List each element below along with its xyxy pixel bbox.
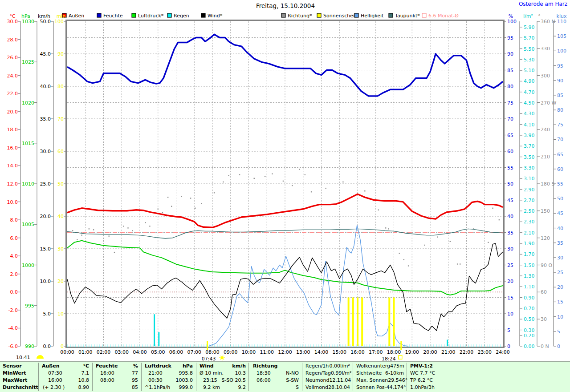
dir-axis-tick-label: 300 bbox=[541, 73, 550, 79]
x-tick-label: 17:00 bbox=[369, 349, 383, 355]
min-axis-tick-label: 100 bbox=[54, 19, 64, 24]
kmh-axis-tick-label: 20.0 bbox=[40, 214, 51, 219]
stat-value: -44,174° bbox=[385, 384, 406, 391]
avg-value: 999.0 bbox=[179, 384, 193, 391]
max-direction: S-SO bbox=[221, 377, 233, 384]
kmh-axis-tick-label: 30.0 bbox=[40, 149, 51, 154]
lm2-axis-tick-label: 1.90 bbox=[524, 241, 535, 247]
min-value: 10.3 bbox=[235, 370, 246, 377]
dir-axis-tick-label: 210 bbox=[541, 154, 550, 160]
col-header: Wind bbox=[200, 363, 214, 370]
series-richtung-dot bbox=[437, 236, 438, 237]
series-richtung-dot bbox=[403, 259, 404, 260]
temp-axis-tick-label: 28.0 bbox=[7, 37, 18, 43]
kmh-axis-tick-label: 0.0 bbox=[43, 344, 51, 349]
himmel-column: Wolkenunterg475m Sichtweite6-10km Max. S… bbox=[356, 363, 404, 391]
avg-value: 85 bbox=[132, 384, 138, 391]
series-richtung-dot bbox=[342, 182, 343, 182]
x-tick-label: 13:00 bbox=[296, 349, 310, 355]
max-time: 16:00 bbox=[42, 377, 62, 384]
klux-axis-tick-label: 35 bbox=[557, 240, 563, 246]
avg-note: 9,2 km bbox=[200, 384, 220, 391]
axis-unit-label: l/m² bbox=[523, 13, 533, 19]
series-richtung-dot bbox=[305, 174, 305, 175]
pct-axis-tick-label: 90 bbox=[507, 51, 513, 57]
min-time: 21:00 bbox=[145, 370, 163, 377]
stat-value: 12.11.04 bbox=[329, 377, 351, 384]
lm2-axis-tick-label: 2.50 bbox=[524, 208, 535, 214]
col-unit: °C bbox=[83, 363, 89, 370]
klux-axis-tick-label: 55 bbox=[557, 181, 563, 187]
pct-axis-tick-label: 10 bbox=[507, 311, 513, 317]
row-label: MaxWert bbox=[3, 377, 37, 384]
klux-axis-tick-label: 0 bbox=[557, 344, 560, 349]
series-richtung-dot bbox=[214, 192, 215, 193]
x-tick-label: 22:00 bbox=[460, 349, 474, 355]
hpa-axis-tick-label: 1020 bbox=[22, 100, 34, 106]
pct-axis-tick-label: 65 bbox=[507, 133, 513, 138]
temp-axis-tick-label: 10.0 bbox=[7, 199, 18, 205]
series-richtung-dot bbox=[89, 228, 90, 229]
lm2-axis-tick-label: 3.30 bbox=[524, 165, 535, 171]
max-time: 08:00 bbox=[96, 377, 114, 384]
series-richtung-dot bbox=[77, 239, 77, 240]
table-separator bbox=[141, 363, 142, 391]
series-richtung-dot bbox=[488, 242, 489, 243]
min-time: Ø 10 min. bbox=[200, 370, 224, 377]
x-tick-label: 10:00 bbox=[242, 349, 256, 355]
stat-label: Sichtweite bbox=[356, 370, 382, 377]
klux-axis-tick-label: 50 bbox=[557, 196, 563, 202]
series-richtung-dot bbox=[457, 263, 458, 264]
series-richtung-dot bbox=[408, 265, 409, 266]
lm2-axis-tick-label: 1.70 bbox=[524, 251, 535, 257]
col-unit: km/h bbox=[232, 363, 246, 370]
series-richtung-dot bbox=[265, 176, 265, 177]
legend-item: Wind* bbox=[208, 13, 223, 19]
series-richtung-dot bbox=[424, 245, 425, 246]
legend-item: Regen bbox=[174, 13, 189, 19]
max-time: 23:15 bbox=[200, 377, 217, 384]
row-label: Sensor bbox=[3, 363, 37, 370]
pct-axis-tick-label: 50 bbox=[507, 181, 513, 187]
pct-axis-tick-label: 85 bbox=[507, 68, 513, 73]
klux-axis-tick-label: 40 bbox=[557, 226, 563, 231]
klux-axis-tick-label: 95 bbox=[557, 63, 563, 69]
kmh-axis-tick-label: 50.0 bbox=[40, 19, 51, 24]
legend-swatch-icon bbox=[167, 13, 171, 17]
x-tick-label: 02:00 bbox=[97, 349, 111, 355]
klux-axis-tick-label: 25 bbox=[557, 270, 563, 275]
stat-label: Regen/1h bbox=[305, 363, 329, 370]
series-richtung-dot bbox=[123, 226, 124, 226]
x-tick-label: 01:00 bbox=[78, 349, 93, 355]
temp-axis-tick-label: 18.0 bbox=[7, 127, 18, 133]
klux-axis-tick-label: 10 bbox=[557, 314, 563, 320]
legend-item: 6.6 Monat-Ø bbox=[428, 13, 459, 19]
temp-axis-tick-label: -4.0 bbox=[8, 325, 18, 331]
series-richtung-dot bbox=[149, 226, 150, 226]
kmh-axis-tick-label: 40.0 bbox=[40, 84, 51, 89]
max-value: 1003.0 bbox=[176, 377, 193, 384]
pmv-column: PMV-1:2 WC 7.7 °C TP 6.2 °C 1.0hPa/3h bbox=[410, 363, 477, 391]
richtung-column: Richtung 18:30N-NO 06:00S-SW S bbox=[253, 363, 299, 391]
series-richtung-dot bbox=[460, 263, 460, 264]
avg-value: 8.90 bbox=[78, 384, 90, 391]
series-richtung-dot bbox=[499, 219, 500, 220]
min-axis-tick-label: 20 bbox=[57, 279, 64, 284]
table-separator bbox=[38, 363, 39, 391]
x-tick-label: 19:00 bbox=[405, 349, 419, 355]
lm2-axis-tick-label: 5.90 bbox=[524, 24, 535, 30]
temp-axis-tick-label: 16.0 bbox=[7, 145, 18, 151]
legend-item: Taupunkt* bbox=[395, 13, 420, 19]
series-richtung-dot bbox=[127, 227, 128, 228]
dir-axis-tick-label: 330 bbox=[541, 46, 550, 52]
luftdruck-column: LuftdruckhPa 21:00995.8 00:301003.0 ^1.1… bbox=[145, 363, 193, 391]
hpa-axis-tick-label: 1015 bbox=[22, 141, 34, 146]
min-value: 77 bbox=[132, 370, 138, 377]
min-axis-tick-label: 60 bbox=[57, 149, 64, 154]
min-axis-tick-label: 30 bbox=[57, 246, 64, 252]
col-unit: % bbox=[133, 363, 138, 370]
x-tick-label: 05:00 bbox=[151, 349, 165, 355]
series-regen-bar bbox=[158, 332, 159, 346]
dir-axis-tick-label: 60 bbox=[541, 289, 547, 295]
kmh-axis-tick-label: 45.0 bbox=[40, 51, 51, 57]
